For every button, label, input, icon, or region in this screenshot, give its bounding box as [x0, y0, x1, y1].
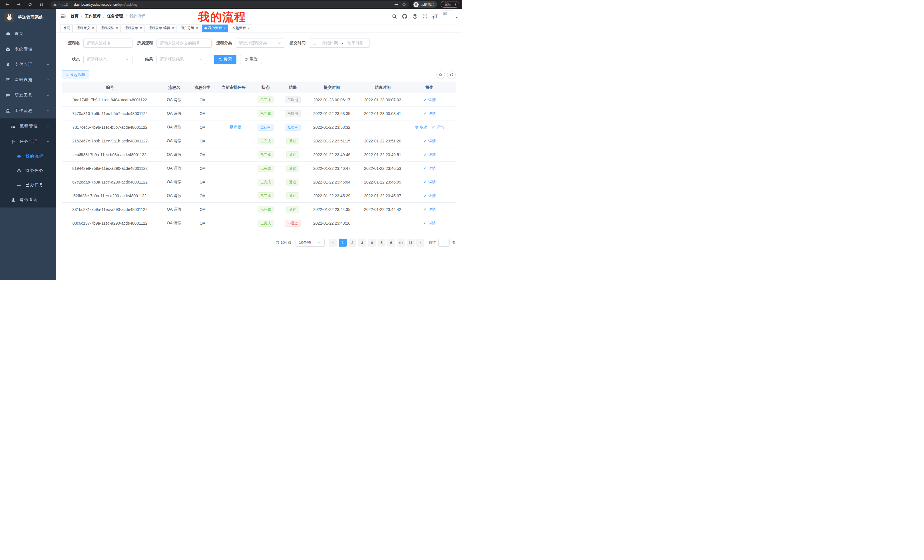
detail-action-link[interactable]: 详情	[423, 166, 436, 171]
current-task-link[interactable]: 一级审批	[226, 125, 242, 129]
action-label: 详情	[428, 166, 436, 171]
prev-page-button[interactable]	[329, 239, 337, 247]
close-icon[interactable]: ×	[224, 27, 226, 30]
close-icon[interactable]: ×	[92, 27, 94, 30]
close-icon[interactable]: ×	[196, 27, 198, 30]
goto-page-input[interactable]	[438, 239, 450, 247]
process-name-input[interactable]	[83, 39, 132, 48]
process-name-input-field[interactable]	[87, 41, 129, 45]
fullscreen-icon[interactable]	[422, 14, 428, 19]
cell-current-task[interactable]: 一级审批	[215, 125, 252, 130]
reset-button[interactable]: 重置	[240, 55, 262, 64]
password-key-icon[interactable]	[394, 2, 398, 7]
browser-forward-icon[interactable]	[15, 1, 22, 8]
detail-action-link[interactable]: 详情	[423, 111, 436, 116]
header-search-icon[interactable]	[392, 14, 397, 19]
cancel-action-link[interactable]: 取消	[415, 125, 428, 130]
detail-action-link[interactable]: 详情	[423, 97, 436, 102]
url-host[interactable]: dashboard.yudao.iocoder.cn	[74, 3, 117, 7]
avatar-dropdown-caret-icon[interactable]	[455, 17, 458, 20]
tab-流程表单-编辑[interactable]: 流程表单-编辑×	[146, 24, 177, 32]
tab-流程表单[interactable]: 流程表单×	[122, 24, 144, 32]
breadcrumb-item[interactable]: 首页	[70, 14, 78, 19]
detail-action-link[interactable]: 详情	[423, 152, 436, 157]
sidebar-item-待办任务[interactable]: 待办任务	[0, 163, 56, 178]
browser-reload-icon[interactable]	[26, 1, 34, 8]
sidebar-item-请假查询[interactable]: 请假查询	[0, 192, 56, 208]
tab-用户分组[interactable]: 用户分组×	[178, 24, 201, 32]
page-button-5[interactable]: 5	[378, 239, 386, 247]
sidebar-item-支付管理[interactable]: ¥支付管理	[0, 57, 56, 72]
sidebar-item-流程管理[interactable]: 流程管理	[0, 118, 56, 134]
close-icon[interactable]: ×	[172, 27, 174, 30]
start-date-placeholder[interactable]: 开始日期	[319, 40, 341, 46]
close-icon[interactable]: ×	[248, 27, 249, 30]
create-process-button[interactable]: + 发起流程	[62, 70, 89, 79]
process-definition-input-field[interactable]	[160, 41, 208, 45]
sidebar-item-任务管理[interactable]: 任务管理	[0, 134, 56, 149]
detail-action-link[interactable]: 详情	[423, 138, 436, 144]
breadcrumb-item[interactable]: 任务管理	[107, 14, 123, 19]
help-icon[interactable]	[412, 14, 418, 19]
browser-back-icon[interactable]	[3, 1, 11, 8]
sidebar-item-我的流程[interactable]: 我的流程	[0, 149, 56, 163]
status-select[interactable]: 请选择状态	[83, 55, 132, 64]
next-page-button[interactable]	[416, 239, 424, 247]
column-header-结束时间: 结束时间	[357, 85, 408, 90]
process-definition-input[interactable]	[156, 39, 212, 48]
bookmark-star-icon[interactable]	[402, 2, 406, 7]
detail-action-link[interactable]: 详情	[423, 193, 436, 198]
update-label[interactable]: 更新	[444, 2, 452, 7]
sidebar-item-工作流程[interactable]: 工作流程	[0, 103, 56, 118]
cell-result: 通过	[279, 206, 307, 213]
result-select[interactable]: 请选择流结果	[156, 55, 206, 64]
browser-update-button[interactable]: 更新	[441, 1, 459, 8]
detail-action-link[interactable]: 详情	[423, 221, 436, 226]
column-header-结果: 结果	[279, 85, 307, 90]
sidebar-item-系统管理[interactable]: 系统管理	[0, 41, 56, 57]
detail-action-link[interactable]: 详情	[423, 207, 436, 212]
detail-action-link[interactable]: 详情	[432, 125, 444, 130]
category-select[interactable]: 请选择流程分类	[236, 39, 285, 48]
browser-home-icon[interactable]	[38, 1, 45, 8]
sidebar-item-研发工具[interactable]: 研发工具	[0, 88, 56, 103]
close-icon[interactable]: ×	[140, 27, 142, 30]
detail-action-link[interactable]: 详情	[423, 180, 436, 185]
page-button-6[interactable]: 6	[387, 239, 395, 247]
sidebar-item-首页[interactable]: 首页	[0, 26, 56, 41]
github-icon[interactable]	[402, 13, 408, 19]
tab-首页[interactable]: 首页	[60, 24, 72, 32]
sidebar-item-label: 我的流程	[26, 154, 44, 159]
tab-流程模型[interactable]: 流程模型×	[98, 24, 120, 32]
breadcrumb-item[interactable]: 工作流程	[85, 14, 101, 19]
page-button-1[interactable]: 1	[339, 239, 346, 247]
pen-icon	[423, 98, 428, 102]
sidebar-item-基础设施[interactable]: 基础设施	[0, 72, 56, 88]
tab-流程定义[interactable]: 流程定义×	[74, 24, 96, 32]
browser-menu-icon[interactable]	[453, 2, 458, 7]
sidebar-item-已办任务[interactable]: 已办任务	[0, 178, 56, 192]
security-label[interactable]: 不安全	[58, 2, 69, 7]
cell-result: 已取消	[279, 110, 307, 117]
search-button[interactable]: 搜索	[214, 55, 236, 64]
tab-发起流程[interactable]: 发起流程×	[230, 24, 252, 32]
app-logo-row[interactable]: 芋道管理系统	[0, 9, 56, 26]
table-search-toggle-button[interactable]	[436, 70, 445, 79]
avatar[interactable]	[442, 10, 453, 22]
address-bar[interactable]: 不安全 dashboard.yudao.iocoder.cn /bpm/task…	[50, 1, 409, 8]
page-button-2[interactable]: 2	[348, 239, 356, 247]
page-button-4[interactable]: 4	[368, 239, 376, 247]
url-path[interactable]: /bpm/task/my	[117, 3, 137, 7]
close-icon[interactable]: ×	[116, 27, 118, 30]
pager-ellipsis[interactable]: •••	[397, 239, 405, 247]
tab-我的流程[interactable]: 我的流程×	[202, 24, 228, 32]
font-size-icon[interactable]: TT	[432, 14, 438, 19]
cell-process-id: 2152467e-7b9b-11ec-9a1b-acde48001122	[62, 139, 158, 143]
page-button-3[interactable]: 3	[358, 239, 366, 247]
table-refresh-button[interactable]	[447, 70, 456, 79]
page-size-select[interactable]: 10条/页	[296, 239, 325, 247]
page-button-11[interactable]: 11	[406, 239, 415, 247]
submit-time-range-picker[interactable]: 开始日期 - 结束日期	[309, 39, 370, 48]
end-date-placeholder[interactable]: 结束日期	[344, 40, 366, 46]
sidebar-toggle-hamburger-icon[interactable]	[60, 13, 66, 19]
